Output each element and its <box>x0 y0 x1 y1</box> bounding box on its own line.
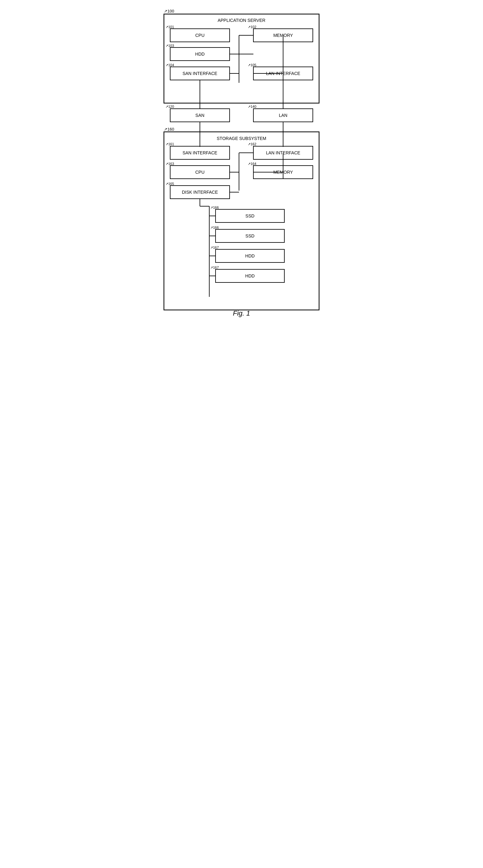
lan-label: LAN <box>279 113 287 118</box>
storage-disk-interface-label: DISK INTERFACE <box>182 190 218 195</box>
diagram-area: ↗100 APPLICATION SERVER ↗101 CPU ↗102 ME… <box>154 6 329 319</box>
ref-164: ↗164 <box>248 162 256 165</box>
storage-cpu-label: CPU <box>195 170 205 175</box>
ref-105: ↗105 <box>248 63 256 67</box>
ref-167b: ↗167 <box>210 266 219 269</box>
svg-rect-18 <box>164 132 319 310</box>
ref-104: ↗104 <box>166 63 174 67</box>
storage-hdd2-label: HDD <box>245 273 255 278</box>
ref-167a: ↗167 <box>210 246 219 249</box>
storage-hdd1-label: HDD <box>245 253 255 258</box>
storage-ssd2-label: SSD <box>246 234 255 239</box>
ref-100: ↗100 <box>164 9 174 13</box>
ref-166a: ↗166 <box>210 206 219 209</box>
ref-160: ↗160 <box>164 127 174 131</box>
ref-161: ↗161 <box>166 142 174 146</box>
app-hdd-label: HDD <box>195 52 205 57</box>
fig-label: Fig. 1 <box>233 309 250 317</box>
diagram-svg: ↗100 APPLICATION SERVER ↗101 CPU ↗102 ME… <box>154 6 329 319</box>
ref-165: ↗165 <box>166 182 174 186</box>
ref-140: ↗140 <box>248 105 256 108</box>
ref-162: ↗162 <box>248 142 256 146</box>
app-san-interface-label: SAN INTERFACE <box>182 71 217 76</box>
ref-102: ↗102 <box>248 25 256 29</box>
storage-ssd1-label: SSD <box>246 213 255 218</box>
app-server-label: APPLICATION SERVER <box>218 18 265 23</box>
storage-subsystem-label: STORAGE SUBSYSTEM <box>217 136 266 141</box>
svg-rect-0 <box>164 14 319 103</box>
ref-163: ↗163 <box>166 162 174 165</box>
ref-166b: ↗166 <box>210 226 219 229</box>
ref-101: ↗101 <box>166 25 174 29</box>
ref-120: ↗120 <box>166 105 174 108</box>
page: ↗100 APPLICATION SERVER ↗101 CPU ↗102 ME… <box>154 6 329 319</box>
storage-san-interface-label: SAN INTERFACE <box>182 150 217 155</box>
ref-103: ↗103 <box>166 44 174 48</box>
san-label: SAN <box>196 113 205 118</box>
app-cpu-label: CPU <box>195 33 205 38</box>
